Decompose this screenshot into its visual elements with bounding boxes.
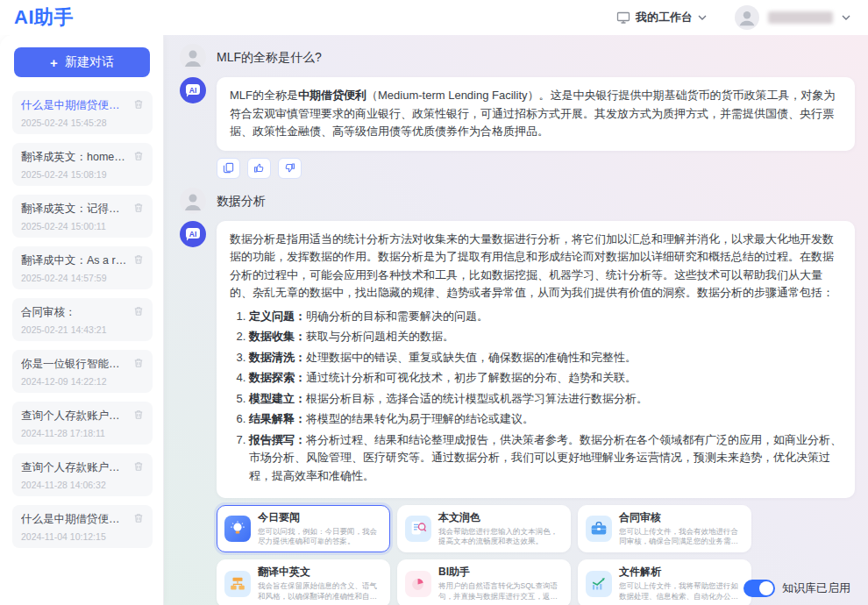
user-message: 数据分析 [164, 188, 868, 214]
feature-card-file-parse[interactable]: 文件解析 您可以上传文件，我将帮助您进行如数据处理、信息检索、自动化办公等。 [578, 559, 751, 605]
plus-icon: + [50, 55, 58, 70]
user-message-text: 数据分析 [217, 188, 266, 214]
step-term: 报告撰写： [249, 433, 306, 446]
trash-icon[interactable] [133, 151, 144, 161]
ai-message: AI 数据分析是指用适当的统计分析方法对收集来的大量数据进行分析，将它们加以汇总… [164, 221, 868, 498]
svg-text:AI: AI [189, 86, 197, 95]
message-actions [217, 158, 868, 179]
step-desc: 将分析过程、结果和结论整理成报告，供决策者参考。数据分析在各个领域都有广泛的应用… [249, 433, 842, 482]
new-chat-button[interactable]: + 新建对话 [14, 47, 150, 77]
ai-answer-bold: 中期借贷便利 [298, 89, 366, 102]
knowledge-base-label: 知识库已启用 [782, 580, 850, 596]
ai-message: AI MLF的全称是中期借贷便利（Medium-term Lending Fac… [164, 77, 868, 151]
feature-card-contract-review[interactable]: 合同审核 您可以上传文件，我会有效地进行合同审核，确保合同满足您的业务需求。 [578, 505, 751, 553]
trend-chart-icon [586, 571, 612, 597]
conversation-item[interactable]: 查询个人存款账户的最新... 2024-11-28 17:18:11 [12, 402, 153, 445]
conversation-title: 合同审核： [21, 305, 128, 320]
step-desc: 根据分析目标，选择合适的统计模型或机器学习算法进行数据分析。 [306, 392, 648, 405]
step-term: 数据探索： [249, 371, 306, 384]
conversation-time: 2024-11-28 14:06:32 [21, 480, 144, 490]
ai-avatar: AI [180, 221, 206, 247]
conversation-item[interactable]: 查询个人存款账户的最新... 2024-11-28 14:06:32 [12, 453, 153, 496]
bulb-icon [224, 516, 251, 542]
trash-icon[interactable] [133, 306, 144, 317]
conversation-time: 2025-02-24 15:45:28 [21, 117, 144, 128]
trash-icon[interactable] [133, 409, 144, 420]
step-term: 结果解释： [249, 412, 306, 425]
feature-card-bi-assistant[interactable]: BI助手 将用户的自然语言转化为SQL查询语句，并直接与数据库进行交互，返回智能… [397, 559, 571, 605]
copy-icon[interactable] [217, 158, 240, 179]
conversation-time: 2025-02-21 14:43:21 [21, 324, 144, 335]
conversation-item[interactable]: 什么是中期借贷便利... 2024-11-04 10:12:15 [12, 505, 153, 548]
briefcase-icon [586, 516, 612, 542]
conversation-title: 什么是中期借贷便利... [21, 512, 128, 527]
top-bar: AI助手 我的工作台 [0, 0, 868, 35]
trash-icon[interactable] [133, 513, 144, 523]
trash-icon[interactable] [133, 203, 144, 213]
step-desc: 将模型的结果转化为易于理解的结论或建议。 [306, 412, 534, 425]
feature-card-text-polish[interactable]: 本文润色 我会帮助您进行您输入的文本润色，提高文本的流畅度和表达效果。 [397, 505, 571, 553]
trash-icon[interactable] [133, 461, 144, 472]
feature-desc: 您可以问我，例如：今日要闻，我会尽力提供准确和可靠的答案。 [258, 527, 382, 548]
feature-title: 本文润色 [438, 510, 563, 525]
trash-icon[interactable] [133, 254, 144, 265]
trash-icon[interactable] [133, 99, 144, 110]
feature-title: 合同审核 [619, 510, 743, 525]
trash-icon[interactable] [133, 358, 144, 368]
ai-message-card: 数据分析是指用适当的统计分析方法对收集来的大量数据进行分析，将它们加以汇总和理解… [217, 221, 855, 498]
chevron-down-icon[interactable] [842, 15, 850, 20]
ai-message-card: MLF的全称是中期借贷便利（Medium-term Lending Facili… [217, 77, 855, 151]
feature-desc: 我会旨在保留原始信息的含义、语气和风格，以确保翻译的准确性和自然流畅。 [258, 581, 382, 602]
feature-desc: 您可以上传文件，我将帮助您进行如数据处理、信息检索、自动化办公等。 [619, 581, 743, 602]
ai-avatar: AI [180, 77, 206, 103]
conversation-item[interactable]: 你是一位银行智能客服，... 2024-12-09 14:22:12 [12, 350, 153, 393]
step-desc: 处理数据中的错误、重复或缺失值，确保数据的准确性和完整性。 [306, 351, 637, 364]
conversation-time: 2024-11-04 10:12:15 [21, 531, 144, 542]
conversation-item[interactable]: 翻译成英文：home home 2025-02-24 15:08:19 [12, 143, 153, 186]
workspace-menu[interactable]: 我的工作台 [616, 10, 707, 25]
conversation-item[interactable]: 什么是中期借贷便利... 2025-02-24 15:45:28 [12, 91, 153, 134]
sidebar: + 新建对话 什么是中期借贷便利... 2025-02-24 15:45:28 [0, 35, 164, 605]
conversation-list: 什么是中期借贷便利... 2025-02-24 15:45:28 翻译成英文：h… [0, 91, 163, 548]
user-avatar[interactable] [735, 5, 759, 30]
ai-answer-prefix: MLF的全称是 [230, 89, 298, 102]
conversation-title: 翻译成英文：home home [21, 150, 128, 165]
svg-text:AI: AI [189, 229, 197, 238]
step-desc: 明确分析的目标和需要解决的问题。 [306, 310, 488, 323]
step-term: 定义问题： [249, 310, 306, 323]
conversation-title: 什么是中期借贷便利... [21, 98, 128, 113]
step-desc: 通过统计分析和可视化技术，初步了解数据的分布、趋势和关联。 [306, 371, 637, 384]
conversation-item[interactable]: 翻译成英文：记得刚开始... 2025-02-24 15:00:11 [12, 195, 153, 238]
feature-title: 翻译中英文 [258, 565, 382, 580]
conversation-title: 翻译成中文：As a reader... [21, 253, 128, 268]
conversation-time: 2024-12-09 14:22:12 [21, 376, 144, 387]
step-term: 模型建立： [249, 392, 306, 405]
thumbs-down-icon[interactable] [278, 158, 302, 179]
feature-title: BI助手 [438, 565, 563, 580]
translate-icon [224, 571, 251, 597]
monitor-icon [616, 11, 630, 25]
feature-title: 今日要闻 [258, 510, 382, 525]
user-message: MLF的全称是什么? [164, 44, 868, 70]
step-desc: 获取与分析问题相关的数据。 [306, 330, 454, 343]
analysis-step: 数据收集：获取与分析问题相关的数据。 [249, 328, 842, 346]
feature-card-today-news[interactable]: 今日要闻 您可以问我，例如：今日要闻，我会尽力提供准确和可靠的答案。 [217, 505, 390, 553]
analysis-step: 结果解释：将模型的结果转化为易于理解的结论或建议。 [249, 410, 842, 429]
chevron-down-icon [698, 15, 707, 20]
workspace-label: 我的工作台 [636, 10, 693, 25]
analysis-step: 报告撰写：将分析过程、结果和结论整理成报告，供决策者参考。数据分析在各个领域都有… [249, 431, 842, 486]
conversation-item[interactable]: 合同审核： 2025-02-21 14:43:21 [12, 298, 153, 341]
thumbs-up-icon[interactable] [247, 158, 271, 179]
username-redacted[interactable] [768, 11, 833, 24]
feature-card-translate[interactable]: 翻译中英文 我会旨在保留原始信息的含义、语气和风格，以确保翻译的准确性和自然流畅… [217, 559, 390, 605]
user-message-text: MLF的全称是什么? [217, 44, 322, 70]
new-chat-label: 新建对话 [65, 54, 114, 70]
conversation-item[interactable]: 翻译成中文：As a reader... 2025-02-24 14:57:59 [12, 246, 153, 289]
pie-chart-icon [405, 571, 431, 597]
app-logo: AI助手 [14, 4, 74, 31]
knowledge-base-toggle[interactable] [743, 580, 775, 597]
conversation-time: 2025-02-24 14:57:59 [21, 273, 144, 283]
analysis-step: 模型建立：根据分析目标，选择合适的统计模型或机器学习算法进行数据分析。 [249, 390, 842, 409]
feature-desc: 我会帮助您进行您输入的文本润色，提高文本的流畅度和表达效果。 [438, 527, 563, 548]
conversation-title: 翻译成英文：记得刚开始... [21, 202, 128, 217]
